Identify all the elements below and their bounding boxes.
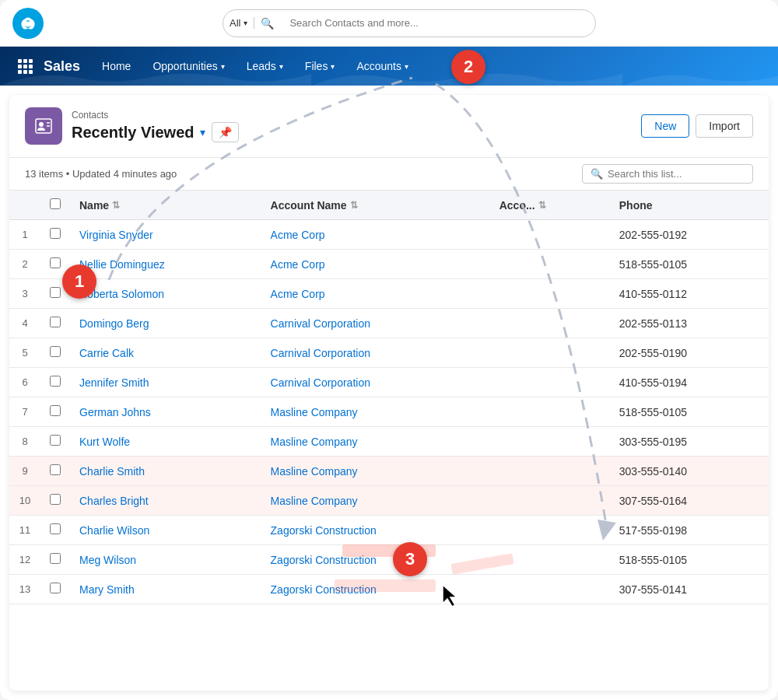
row-account-name[interactable]: Acme Corp [261, 220, 490, 250]
row-account-name[interactable]: Masline Company [261, 397, 490, 427]
new-button[interactable]: New [641, 114, 689, 138]
table-container[interactable]: Name ⇅ Account Name ⇅ Ac [9, 191, 769, 677]
row-checkbox[interactable] [50, 287, 61, 298]
row-checkbox[interactable] [50, 494, 61, 505]
contact-name-link[interactable]: Mary Smith [79, 583, 135, 596]
row-contact-name[interactable]: Meg Wilson [70, 545, 261, 575]
account-name-link[interactable]: Masline Company [271, 495, 358, 507]
row-account-name[interactable]: Acme Corp [261, 279, 490, 309]
contact-name-link[interactable]: Virginia Snyder [79, 229, 153, 241]
nav-item-files[interactable]: Files ▾ [296, 54, 345, 79]
pin-button[interactable]: 📌 [212, 122, 239, 142]
col-account-name[interactable]: Account Name ⇅ [261, 191, 490, 220]
search-bar[interactable]: All ▾ 🔍 [223, 9, 596, 37]
row-num: 2 [9, 250, 40, 279]
account-name-link[interactable]: Zagorski Construction [271, 524, 377, 537]
row-checkbox-cell[interactable] [40, 279, 70, 309]
contact-name-link[interactable]: Charles Bright [79, 495, 149, 507]
row-checkbox[interactable] [50, 405, 61, 416]
row-contact-name[interactable]: Charles Bright [70, 486, 261, 516]
row-account-name[interactable]: Carnival Corporation [261, 338, 490, 368]
row-checkbox-cell[interactable] [40, 545, 70, 575]
row-contact-name[interactable]: German Johns [70, 397, 261, 427]
contact-name-link[interactable]: Charlie Wilson [79, 524, 149, 537]
row-checkbox[interactable] [50, 583, 61, 593]
row-checkbox-cell[interactable] [40, 368, 70, 397]
row-account-name[interactable]: Masline Company [261, 486, 490, 516]
row-contact-name[interactable]: Charlie Smith [70, 457, 261, 486]
account-name-link[interactable]: Carnival Corporation [271, 376, 370, 389]
row-checkbox[interactable] [50, 228, 61, 239]
nav-item-opportunities[interactable]: Opportunities ▾ [143, 54, 233, 79]
account-name-link[interactable]: Carnival Corporation [271, 347, 370, 359]
row-account-name[interactable]: Zagorski Construction [261, 516, 490, 545]
nav-item-leads[interactable]: Leads ▾ [237, 54, 293, 79]
row-contact-name[interactable]: Virginia Snyder [70, 220, 261, 250]
search-list[interactable]: 🔍 [582, 164, 753, 184]
contact-name-link[interactable]: Nellie Dominguez [79, 258, 165, 271]
row-checkbox[interactable] [50, 376, 61, 387]
col-acco[interactable]: Acco... ⇅ [490, 191, 610, 220]
account-name-link[interactable]: Masline Company [271, 406, 358, 418]
nav-item-home[interactable]: Home [93, 54, 140, 79]
row-account-name[interactable]: Acme Corp [261, 250, 490, 279]
contact-name-link[interactable]: Meg Wilson [79, 554, 136, 566]
nav-item-accounts[interactable]: Accounts ▾ [347, 54, 418, 79]
account-name-link[interactable]: Masline Company [271, 436, 358, 448]
row-checkbox-cell[interactable] [40, 220, 70, 250]
row-checkbox[interactable] [50, 435, 61, 446]
row-account-name[interactable]: Carnival Corporation [261, 368, 490, 397]
contact-name-link[interactable]: Roberta Solomon [79, 288, 164, 300]
search-list-input[interactable] [608, 168, 745, 180]
row-checkbox-cell[interactable] [40, 427, 70, 457]
row-account-name[interactable]: Carnival Corporation [261, 309, 490, 338]
account-name-link[interactable]: Acme Corp [271, 288, 325, 300]
row-contact-name[interactable]: Roberta Solomon [70, 279, 261, 309]
row-contact-name[interactable]: Jennifer Smith [70, 368, 261, 397]
account-name-link[interactable]: Zagorski Construction [271, 554, 377, 566]
row-checkbox[interactable] [50, 523, 61, 534]
contact-name-link[interactable]: Kurt Wolfe [79, 436, 130, 448]
row-checkbox-cell[interactable] [40, 486, 70, 516]
search-dropdown[interactable]: All ▾ [223, 17, 254, 29]
row-checkbox[interactable] [50, 464, 61, 475]
row-checkbox-cell[interactable] [40, 575, 70, 604]
row-contact-name[interactable]: Mary Smith [70, 575, 261, 604]
row-contact-name[interactable]: Nellie Dominguez [70, 250, 261, 279]
row-checkbox-cell[interactable] [40, 457, 70, 486]
row-account-name[interactable]: Masline Company [261, 457, 490, 486]
contact-name-link[interactable]: German Johns [79, 406, 151, 418]
row-checkbox[interactable] [50, 346, 61, 357]
account-name-link[interactable]: Zagorski Construction [271, 583, 377, 596]
row-checkbox-cell[interactable] [40, 309, 70, 338]
row-contact-name[interactable]: Carrie Calk [70, 338, 261, 368]
account-name-link[interactable]: Carnival Corporation [271, 317, 370, 330]
contact-name-link[interactable]: Domingo Berg [79, 317, 149, 330]
row-checkbox-cell[interactable] [40, 516, 70, 545]
row-checkbox[interactable] [50, 317, 61, 327]
row-account-name[interactable]: Zagorski Construction [261, 545, 490, 575]
app-launcher-button[interactable] [12, 54, 37, 79]
contact-name-link[interactable]: Charlie Smith [79, 465, 145, 478]
account-name-link[interactable]: Acme Corp [271, 229, 325, 241]
account-name-link[interactable]: Masline Company [271, 465, 358, 478]
select-all-checkbox[interactable] [50, 198, 61, 209]
row-account-name[interactable]: Masline Company [261, 427, 490, 457]
row-contact-name[interactable]: Charlie Wilson [70, 516, 261, 545]
contact-name-link[interactable]: Carrie Calk [79, 347, 134, 359]
row-checkbox[interactable] [50, 553, 61, 564]
salesforce-logo[interactable] [12, 8, 44, 39]
search-input[interactable] [280, 17, 595, 29]
row-contact-name[interactable]: Domingo Berg [70, 309, 261, 338]
account-name-link[interactable]: Acme Corp [271, 258, 325, 271]
col-name[interactable]: Name ⇅ [70, 191, 261, 220]
row-checkbox-cell[interactable] [40, 250, 70, 279]
view-dropdown-button[interactable]: ▾ [200, 126, 205, 138]
row-checkbox[interactable] [50, 257, 61, 268]
row-checkbox-cell[interactable] [40, 338, 70, 368]
row-checkbox-cell[interactable] [40, 397, 70, 427]
row-contact-name[interactable]: Kurt Wolfe [70, 427, 261, 457]
contact-name-link[interactable]: Jennifer Smith [79, 376, 149, 389]
row-account-name[interactable]: Zagorski Construction [261, 575, 490, 604]
import-button[interactable]: Import [696, 114, 753, 138]
